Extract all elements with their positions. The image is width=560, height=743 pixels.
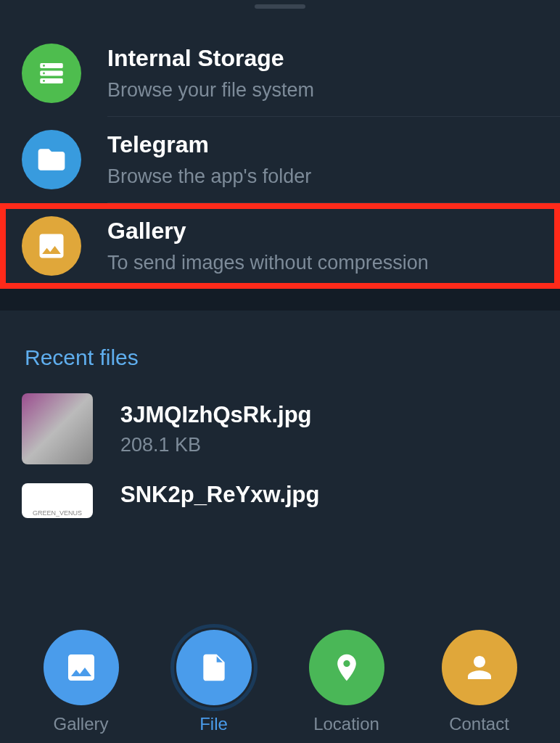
nav-label: Location <box>313 714 379 734</box>
recent-files-header: Recent files <box>0 311 560 383</box>
source-item-telegram[interactable]: Telegram Browse the app's folder <box>0 117 560 202</box>
file-item[interactable]: GREEN_VENUS SNK2p_ReYxw.jpg <box>0 475 560 518</box>
file-name: 3JMQIzhQsRk.jpg <box>120 402 312 428</box>
nav-label: Gallery <box>53 714 108 734</box>
source-subtitle: Browse your file system <box>107 79 538 102</box>
image-icon <box>22 216 81 276</box>
svg-point-5 <box>43 80 45 82</box>
nav-label: Contact <box>449 714 509 734</box>
storage-icon <box>22 44 81 103</box>
file-icon <box>176 630 252 705</box>
source-list: Internal Storage Browse your file system… <box>0 9 560 289</box>
source-text: Telegram Browse the app's folder <box>107 131 538 188</box>
nav-contact[interactable]: Contact <box>429 630 530 734</box>
source-title: Telegram <box>107 131 538 158</box>
section-gap <box>0 289 560 311</box>
bottom-nav: Gallery File Location Contact <box>0 623 560 743</box>
source-subtitle: To send images without compression <box>107 252 538 274</box>
source-title: Internal Storage <box>107 45 538 72</box>
nav-location[interactable]: Location <box>296 630 398 734</box>
file-thumbnail <box>22 393 93 464</box>
folder-icon <box>22 130 81 189</box>
file-text: 3JMQIzhQsRk.jpg 208.1 KB <box>120 402 312 456</box>
source-text: Internal Storage Browse your file system <box>107 45 538 102</box>
image-icon <box>44 630 119 705</box>
source-item-gallery[interactable]: Gallery To send images without compressi… <box>0 203 560 289</box>
file-name: SNK2p_ReYxw.jpg <box>120 482 319 508</box>
location-icon <box>309 630 384 705</box>
nav-label: File <box>199 714 228 734</box>
source-text: Gallery To send images without compressi… <box>107 218 538 274</box>
contact-icon <box>442 630 517 705</box>
file-size: 208.1 KB <box>120 434 312 456</box>
source-item-internal-storage[interactable]: Internal Storage Browse your file system <box>0 30 560 116</box>
source-subtitle: Browse the app's folder <box>107 165 538 188</box>
nav-gallery[interactable]: Gallery <box>30 630 132 734</box>
file-thumbnail: GREEN_VENUS <box>22 483 93 518</box>
source-title: Gallery <box>107 218 538 245</box>
svg-point-4 <box>43 73 45 75</box>
file-text: SNK2p_ReYxw.jpg <box>120 482 319 514</box>
nav-file[interactable]: File <box>163 630 265 734</box>
file-item[interactable]: 3JMQIzhQsRk.jpg 208.1 KB <box>0 383 560 475</box>
svg-point-3 <box>43 65 45 67</box>
